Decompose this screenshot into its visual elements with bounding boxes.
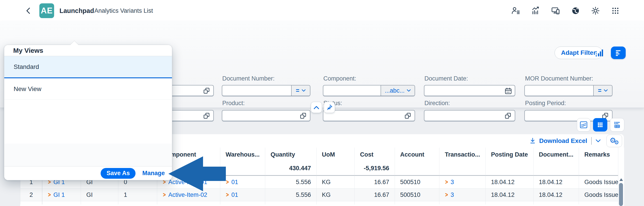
view-item-new-view[interactable]: New View	[4, 78, 172, 100]
operator-selector[interactable]: =	[593, 86, 612, 96]
table-row-partial[interactable]	[20, 201, 624, 204]
app-logo[interactable]: AE	[39, 3, 54, 18]
pin-header-button[interactable]	[324, 102, 335, 113]
cell-row-number: 2	[20, 188, 42, 201]
warehouse-link[interactable]: 01	[232, 179, 238, 186]
cell-uom: KG	[317, 188, 355, 201]
cell-document-date: 18.04.12	[534, 176, 579, 188]
cell-document-date: 18.04.12	[534, 188, 579, 201]
navigation-arrow-icon: >	[163, 192, 166, 198]
pin-icon	[326, 104, 333, 111]
chart-indicator-icon	[594, 48, 604, 58]
column-header-posting-date[interactable]: Posting Date	[486, 148, 534, 162]
back-icon	[25, 7, 31, 14]
toolbar-divider	[591, 137, 592, 145]
collapse-header-button[interactable]	[311, 102, 322, 113]
value-help-icon[interactable]	[300, 112, 307, 120]
user-account-button[interactable]	[512, 6, 520, 15]
shell-title: Launchpad	[60, 0, 94, 22]
value-help-icon[interactable]	[203, 112, 211, 120]
scrollbar-up-arrow-icon[interactable]	[620, 178, 623, 181]
table-view-icon	[596, 121, 604, 129]
app-finder-button[interactable]	[611, 6, 620, 15]
download-excel-label: Download Excel	[539, 137, 587, 144]
chevron-down-icon[interactable]	[596, 139, 600, 142]
download-excel-button[interactable]: Download Excel	[529, 134, 600, 148]
filter-field-document-date[interactable]	[424, 85, 515, 96]
cell-posting-date: 18.04.12	[486, 176, 534, 188]
tutorial-pointer-arrow-icon	[166, 155, 227, 193]
activity-trend-button[interactable]	[531, 6, 540, 15]
navigation-arrow-icon: >	[445, 192, 448, 198]
chart-indicator-button[interactable]	[594, 48, 604, 58]
column-header-uom[interactable]: UoM	[317, 148, 355, 162]
filter-field-component[interactable]: ...abc...	[323, 85, 415, 96]
globe-button[interactable]	[571, 6, 580, 15]
table-row[interactable]: 2 >GI 1 GI 1 >Active-Item-02 >01 5.556 K…	[20, 188, 624, 201]
filter-label-document-date: Document Date:	[424, 75, 468, 82]
save-as-button[interactable]: Save As	[100, 168, 136, 179]
filter-field-document-number[interactable]: =	[222, 85, 310, 96]
filter-bar-layout-button[interactable]	[611, 46, 626, 59]
devices-icon	[552, 6, 560, 15]
value-help-icon[interactable]	[404, 112, 412, 120]
filter-label-document-number: Document Number:	[222, 75, 274, 82]
operator-value: =	[296, 87, 300, 94]
trend-icon	[532, 6, 540, 15]
popover-title: My Views	[4, 45, 172, 56]
column-header-warehouse[interactable]: Warehous...	[220, 148, 265, 162]
chevron-up-icon	[314, 106, 319, 109]
filter-field-direction[interactable]	[424, 110, 515, 121]
popover-footer: Save As Manage	[4, 166, 172, 180]
cell-quantity: 5.556	[265, 176, 316, 188]
popover-body	[4, 144, 172, 166]
transaction-link[interactable]: 3	[450, 192, 454, 198]
filter-label-component: Component:	[323, 75, 356, 82]
cell-posting-date: 18.04.12	[486, 188, 534, 201]
value-help-icon[interactable]	[504, 112, 512, 120]
cell-quantity: 5.556	[265, 188, 316, 201]
back-button[interactable]	[23, 6, 33, 16]
warehouse-link[interactable]: 01	[232, 192, 238, 198]
manage-link[interactable]: Manage	[142, 170, 165, 177]
chart-view-button[interactable]	[577, 118, 590, 132]
column-header-remarks[interactable]: Remarks	[579, 148, 624, 162]
filter-field-mor-document-number[interactable]: =	[524, 85, 612, 96]
chevron-down-icon	[604, 89, 608, 92]
column-header-cost[interactable]: Cost	[355, 148, 395, 162]
calendar-icon[interactable]	[504, 87, 512, 95]
grid-menu-icon	[611, 6, 620, 15]
cell-account: 500510	[395, 188, 440, 201]
cell-remarks: Goods Issue	[579, 188, 624, 201]
cell-cost: 16.67	[355, 188, 395, 201]
column-header-transaction[interactable]: Transactio...	[440, 148, 486, 162]
download-icon	[529, 138, 536, 144]
settings-gears-icon: ⚙⚙	[610, 137, 619, 145]
shell-actions	[512, 0, 620, 22]
table-settings-button[interactable]: ⚙⚙	[606, 135, 622, 147]
devices-button[interactable]	[551, 6, 560, 15]
filter-field-product[interactable]	[222, 110, 310, 121]
operator-selector[interactable]: =	[291, 86, 310, 96]
mixed-view-button[interactable]	[610, 118, 624, 132]
chart-view-icon	[580, 121, 588, 129]
value-help-icon[interactable]	[203, 87, 211, 95]
operator-selector[interactable]: ...abc...	[380, 86, 414, 96]
table-view-button[interactable]	[593, 118, 607, 132]
column-header-quantity[interactable]: Quantity	[265, 148, 316, 162]
cell-warehouse: >01	[220, 188, 265, 201]
navigation-arrow-icon: >	[48, 192, 51, 198]
cell-type: GI	[81, 188, 118, 201]
filter-field-status[interactable]	[323, 110, 415, 121]
total-cost: -5,919.56	[355, 162, 395, 176]
cell-uom: KG	[317, 176, 355, 188]
column-header-account[interactable]: Account	[395, 148, 440, 162]
column-header-document-date[interactable]: Document...	[534, 148, 579, 162]
app-screen: AE Launchpad Analytics Variants List	[0, 0, 644, 206]
document-link[interactable]: GI 1	[54, 192, 65, 198]
transaction-link[interactable]: 3	[450, 179, 454, 186]
scrollbar-thumb[interactable]	[619, 183, 623, 206]
view-item-standard[interactable]: Standard	[4, 56, 172, 78]
total-quantity: 430.447	[265, 162, 316, 176]
appearance-button[interactable]	[591, 6, 600, 15]
